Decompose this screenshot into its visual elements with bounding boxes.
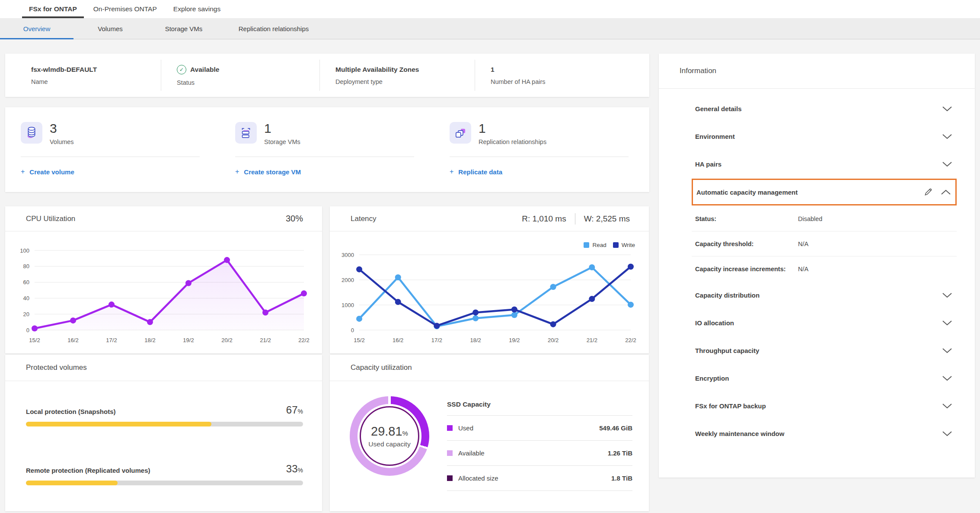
used-capacity-percent: 29.81 [371,424,402,438]
status-value: Available [190,66,220,74]
ssd-available-row: Available 1.26 TiB [447,441,632,466]
acm-details: Status: Disabled Capacity threshold: N/A… [692,206,957,281]
chevron-down-icon [942,403,952,409]
svg-text:21/2: 21/2 [260,337,271,343]
summary-name-column: fsx-wlmdb-DEFAULT Name [5,54,161,97]
local-protection-label: Local protection (Snapshots) [26,408,116,415]
acm-capacity-increments-value: N/A [798,266,808,273]
cpu-utilization-card: CPU Utilization 30% 02040608010015/216/2… [5,206,322,353]
section-nav-bar: Overview Volumes Storage VMs Replication… [0,18,980,39]
tab-overview[interactable]: Overview [0,18,73,39]
svg-text:1000: 1000 [342,302,354,308]
summary-deployment-column: Multiple Availability Zones Deployment t… [320,54,475,97]
acm-capacity-increments-row: Capacity increase increments: N/A [692,256,957,281]
chevron-down-icon [942,431,952,436]
svg-text:18/2: 18/2 [470,337,481,343]
storage-vm-icon [235,122,257,144]
allocated-swatch-icon [447,475,453,481]
allocated-label: Allocated size [458,475,498,482]
tab-volumes[interactable]: Volumes [73,18,147,39]
svg-text:20/2: 20/2 [548,337,559,343]
divider [235,157,414,157]
acm-status-value: Disabled [798,215,822,222]
information-title: Information [659,54,975,89]
plus-icon: + [450,168,453,176]
used-capacity-label: Used capacity [368,440,410,448]
chevron-down-icon [942,161,952,167]
available-value: 1.26 TiB [608,449,632,457]
ha-pairs-value: 1 [491,66,649,74]
chevron-down-icon [942,320,952,326]
svg-text:16/2: 16/2 [67,337,78,343]
chevron-down-icon [942,106,952,112]
replicate-data-button[interactable]: + Replicate data [450,168,502,176]
remote-protection-progress-fill [26,481,118,485]
chevron-down-icon [942,348,952,353]
svg-text:2000: 2000 [342,277,354,283]
local-protection-progress-fill [26,422,211,426]
latency-card: Latency R: 1,010 ms W: 2,525 ms Read Wri… [330,206,649,353]
plus-icon: + [235,168,239,176]
used-swatch-icon [447,425,453,431]
tab-fsx-for-ontap[interactable]: FSx for ONTAP [21,0,85,18]
svg-text:19/2: 19/2 [509,337,520,343]
ssd-allocated-row: Allocated size 1.8 TiB [447,466,632,491]
chevron-up-icon[interactable] [941,189,951,195]
ssd-capacity-title: SSD Capacity [447,401,632,416]
app-tab-bar: FSx for ONTAP On-Premises ONTAP Explore … [0,0,980,18]
accordion-weekly-maintenance-window[interactable]: Weekly maintenance window [692,420,957,447]
svg-text:60: 60 [23,279,29,285]
volumes-count: 3 [50,122,74,135]
capacity-utilization-title: Capacity utilization [330,355,649,381]
local-protection-percent: 67 [286,404,298,416]
tab-replication-relationships[interactable]: Replication relationships [220,18,327,39]
used-value: 549.46 GiB [599,424,632,432]
accordion-fsx-for-ontap-backup[interactable]: FSx for ONTAP backup [692,392,957,420]
svg-text:18/2: 18/2 [144,337,155,343]
cpu-utilization-title: CPU Utilization [26,215,75,223]
create-volume-button[interactable]: + Create volume [21,168,74,176]
storage-vms-label: Storage VMs [264,138,300,145]
svg-text:16/2: 16/2 [393,337,403,343]
edit-pencil-icon[interactable] [923,187,933,197]
acm-status-row: Status: Disabled [692,206,957,231]
accordion-encryption[interactable]: Encryption [692,364,957,392]
volumes-resource: 3 Volumes + Create volume [5,107,220,192]
divider [575,213,575,224]
legend-write: Write [613,242,635,248]
read-swatch-icon [584,242,589,248]
create-storage-vm-button[interactable]: + Create storage VM [235,168,301,176]
status-available-icon: ✓ [177,65,186,74]
legend-read: Read [584,242,606,248]
svg-text:22/2: 22/2 [625,337,636,343]
svg-text:20/2: 20/2 [221,337,232,343]
accordion-general-details[interactable]: General details [692,95,957,122]
accordion-capacity-distribution[interactable]: Capacity distribution [692,281,957,309]
available-label: Available [458,449,485,457]
svg-text:20: 20 [23,311,29,317]
capacity-donut: 29.81% Used capacity [350,396,429,476]
cpu-utilization-chart: 02040608010015/216/217/218/219/220/221/2… [11,244,311,344]
tab-on-premises-ontap[interactable]: On-Premises ONTAP [85,0,165,18]
status-label: Status [177,79,319,86]
latency-legend: Read Write [584,242,635,248]
remote-protection-label: Remote protection (Replicated volumes) [26,467,150,474]
svg-text:15/2: 15/2 [354,337,364,343]
accordion-io-allocation[interactable]: IO allocation [692,309,957,337]
plus-icon: + [21,168,25,176]
accordion-ha-pairs[interactable]: HA pairs [692,150,957,178]
accordion-throughput-capacity[interactable]: Throughput capacity [692,337,957,364]
deployment-type-label: Deployment type [335,78,475,85]
local-protection-row: Local protection (Snapshots) 67% [26,405,303,426]
storage-vms-count: 1 [264,122,300,135]
used-label: Used [458,424,473,432]
cpu-current-value: 30% [286,214,303,224]
tab-explore-savings[interactable]: Explore savings [165,0,229,18]
remote-protection-percent: 33 [286,463,298,475]
tab-storage-vms[interactable]: Storage VMs [147,18,220,39]
file-system-summary-card: fsx-wlmdb-DEFAULT Name ✓ Available Statu… [5,54,649,97]
fsx-overview-page: FSx for ONTAP On-Premises ONTAP Explore … [0,0,980,513]
summary-status-column: ✓ Available Status [161,54,319,97]
accordion-automatic-capacity-management-highlighted[interactable]: Automatic capacity management [692,179,957,205]
accordion-environment[interactable]: Environment [692,122,957,150]
